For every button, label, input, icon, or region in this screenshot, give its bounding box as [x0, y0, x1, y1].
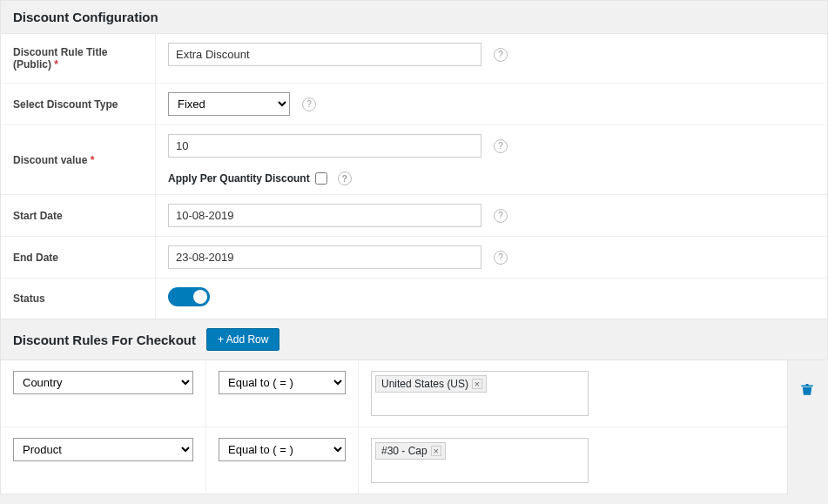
close-icon[interactable]: × [431, 446, 441, 456]
config-panel: Discount Rule Title (Public) * ? Select … [0, 33, 828, 319]
row-status: Status [1, 279, 827, 319]
input-value[interactable] [168, 134, 481, 158]
help-icon[interactable]: ? [302, 97, 316, 111]
label-per-qty: Apply Per Quantity Discount [168, 172, 310, 185]
rule-row: Product Equal to ( = ) #30 - Cap × [1, 427, 787, 494]
row-value: Discount value * ? Apply Per Quantity Di… [1, 125, 827, 195]
help-icon[interactable]: ? [338, 171, 352, 185]
tag: #30 - Cap × [375, 442, 446, 460]
rules-panel: Country Equal to ( = ) United States (US… [0, 360, 788, 494]
config-section-header: Discount Configuration [0, 0, 828, 33]
select-operator[interactable]: Equal to ( = ) [219, 438, 346, 461]
value-box[interactable]: United States (US) × [371, 371, 589, 416]
trash-icon[interactable] [799, 381, 815, 400]
value-box[interactable]: #30 - Cap × [371, 438, 589, 483]
tag-label: #30 - Cap [381, 445, 427, 457]
label-end: End Date [1, 237, 156, 278]
close-icon[interactable]: × [472, 379, 482, 389]
label-title: Discount Rule Title (Public) * [1, 34, 156, 83]
select-type[interactable]: Fixed [168, 92, 290, 116]
row-type: Select Discount Type Fixed ? [1, 84, 827, 125]
tag-label: United States (US) [381, 378, 468, 390]
label-status: Status [1, 279, 156, 319]
select-condition[interactable]: Product [13, 438, 193, 461]
input-end-date[interactable] [168, 245, 481, 269]
row-title: Discount Rule Title (Public) * ? [1, 34, 827, 84]
toggle-status[interactable] [168, 287, 210, 306]
label-value: Discount value * [1, 125, 156, 194]
rules-title: Discount Rules For Checkout [13, 333, 196, 347]
row-start-date: Start Date ? [1, 195, 827, 237]
help-icon[interactable]: ? [494, 48, 508, 62]
config-title: Discount Configuration [13, 10, 158, 24]
row-end-date: End Date ? [1, 237, 827, 279]
input-start-date[interactable] [168, 204, 481, 227]
help-icon[interactable]: ? [494, 139, 508, 153]
delete-rule-col [788, 360, 826, 400]
help-icon[interactable]: ? [494, 251, 508, 265]
tag: United States (US) × [375, 375, 487, 393]
rule-row: Country Equal to ( = ) United States (US… [1, 360, 787, 427]
select-operator[interactable]: Equal to ( = ) [219, 371, 346, 394]
label-start: Start Date [1, 195, 156, 236]
checkbox-per-qty[interactable] [315, 172, 327, 185]
select-condition[interactable]: Country [13, 371, 193, 394]
add-row-button[interactable]: + Add Row [206, 328, 279, 351]
label-type: Select Discount Type [1, 84, 156, 124]
rules-section-header: Discount Rules For Checkout + Add Row [0, 319, 828, 360]
input-title[interactable] [168, 43, 481, 66]
help-icon[interactable]: ? [494, 209, 508, 223]
